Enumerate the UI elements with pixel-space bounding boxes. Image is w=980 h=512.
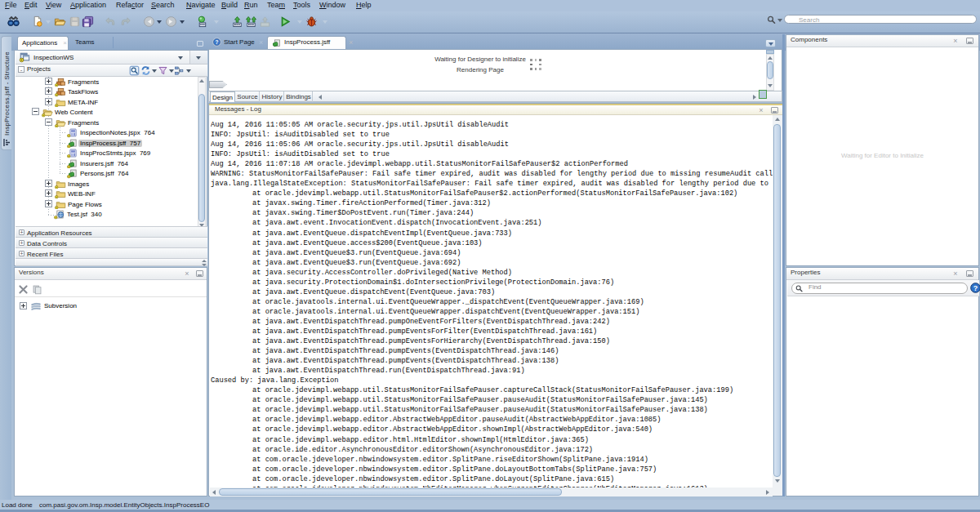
svg-text:?: ? (973, 284, 978, 292)
